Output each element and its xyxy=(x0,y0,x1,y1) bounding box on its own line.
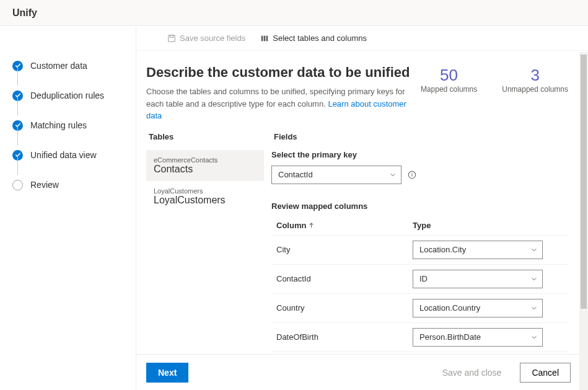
step-matching[interactable]: Matching rules xyxy=(12,110,136,140)
svg-rect-0 xyxy=(169,35,175,42)
type-select[interactable]: Person.BirthDate xyxy=(413,328,543,347)
chevron-down-icon xyxy=(531,276,537,282)
primary-key-label: Select the primary key xyxy=(271,150,568,159)
save-icon xyxy=(167,34,176,43)
svg-rect-2 xyxy=(261,35,263,41)
toolbar-label: Select tables and columns xyxy=(273,33,367,43)
step-deduplication[interactable]: Deduplication rules xyxy=(12,81,136,110)
column-headers: Column Type xyxy=(271,216,568,235)
select-tables-button[interactable]: Select tables and columns xyxy=(260,33,367,43)
table-row: ContactIdID xyxy=(271,264,568,293)
circle-icon xyxy=(12,180,23,190)
column-name: City xyxy=(276,245,413,254)
step-label: Customer data xyxy=(30,61,87,71)
section-description: Choose the tables and columns to be unif… xyxy=(146,86,421,122)
type-select[interactable]: Location.Country xyxy=(413,299,543,317)
review-heading: Review mapped columns xyxy=(271,202,568,211)
table-name: LoyalCustomers xyxy=(154,195,257,206)
tables-heading: Tables xyxy=(146,132,264,141)
step-label: Matching rules xyxy=(30,120,87,130)
cancel-button[interactable]: Cancel xyxy=(520,363,571,383)
column-name: Country xyxy=(276,303,413,312)
stat-number: 3 xyxy=(502,66,568,85)
chevron-down-icon xyxy=(531,334,537,340)
table-name: Contacts xyxy=(154,164,257,175)
svg-rect-4 xyxy=(266,35,268,41)
select-value: Person.BirthDate xyxy=(419,332,481,342)
step-customer-data[interactable]: Customer data xyxy=(12,51,136,81)
scrollbar-thumb[interactable] xyxy=(581,55,587,309)
svg-rect-3 xyxy=(264,35,266,41)
info-icon[interactable] xyxy=(408,171,416,179)
column-name: DateOfBirth xyxy=(276,332,413,342)
select-value: ID xyxy=(419,274,428,283)
select-value: ContactId xyxy=(278,170,313,179)
table-row: CityLocation.City xyxy=(271,235,568,264)
columns-icon xyxy=(260,34,269,43)
column-name: ContactId xyxy=(276,274,413,283)
type-select[interactable]: ID xyxy=(413,270,543,288)
section-title: Describe the customer data to be unified xyxy=(146,64,421,81)
scrollbar[interactable] xyxy=(579,52,588,390)
column-header-name[interactable]: Column xyxy=(276,221,413,230)
fields-heading: Fields xyxy=(271,132,568,141)
column-header-type[interactable]: Type xyxy=(413,221,563,230)
content-area: Describe the customer data to be unified… xyxy=(136,51,588,354)
wizard-steps: Customer data Deduplication rules Matchi… xyxy=(0,26,136,390)
save-and-close-button: Save and close xyxy=(431,363,513,383)
sort-asc-icon xyxy=(309,223,314,228)
svg-rect-7 xyxy=(411,174,412,177)
stat-number: 50 xyxy=(421,66,477,85)
stat-unmapped: 3 Unmapped columns xyxy=(502,66,568,94)
table-source: LoyalCustomers xyxy=(154,187,257,195)
toolbar-label: Save source fields xyxy=(180,33,245,43)
app-header: Unify xyxy=(0,0,588,26)
footer-bar: Next Save and close Cancel xyxy=(136,354,588,390)
stat-label: Mapped columns xyxy=(421,85,477,94)
select-value: Location.City xyxy=(419,245,466,254)
step-label: Unified data view xyxy=(30,150,97,160)
step-unified-view[interactable]: Unified data view xyxy=(12,140,136,170)
type-select[interactable]: Location.City xyxy=(413,241,543,259)
step-review[interactable]: Review xyxy=(12,170,136,200)
svg-rect-1 xyxy=(170,35,173,37)
svg-point-6 xyxy=(411,172,412,173)
chevron-down-icon xyxy=(390,172,396,178)
table-row: CountryLocation.Country xyxy=(271,293,568,322)
step-label: Deduplication rules xyxy=(30,91,104,100)
stat-label: Unmapped columns xyxy=(502,85,568,94)
select-value: Location.Country xyxy=(419,303,480,312)
stat-mapped: 50 Mapped columns xyxy=(421,66,477,94)
page-title: Unify xyxy=(12,7,37,19)
primary-key-select[interactable]: ContactId xyxy=(271,166,402,184)
table-item-loyalcustomers[interactable]: LoyalCustomers LoyalCustomers xyxy=(146,181,264,212)
chevron-down-icon xyxy=(531,305,537,311)
save-source-fields-button[interactable]: Save source fields xyxy=(167,33,245,43)
next-button[interactable]: Next xyxy=(146,363,188,383)
toolbar: Save source fields Select tables and col… xyxy=(136,26,588,51)
step-label: Review xyxy=(30,180,59,190)
table-item-contacts[interactable]: eCommerceContacts Contacts xyxy=(146,150,264,181)
chevron-down-icon xyxy=(531,247,537,253)
table-row: DateOfBirthPerson.BirthDate xyxy=(271,322,568,352)
table-source: eCommerceContacts xyxy=(154,156,257,164)
